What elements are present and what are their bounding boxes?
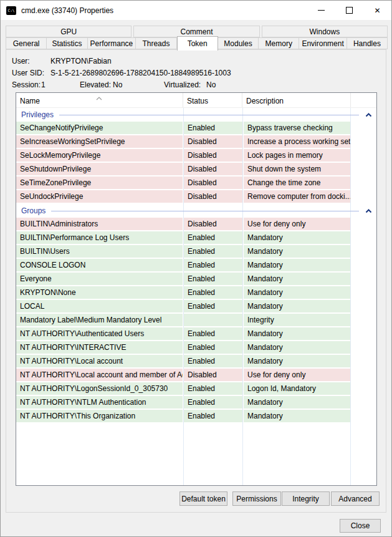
cell-name: SeChangeNotifyPrivilege <box>16 122 183 134</box>
permissions-button[interactable]: Permissions <box>232 491 281 506</box>
table-row[interactable]: LOCAL Enabled Mandatory <box>16 300 376 314</box>
elevated-value: No <box>113 80 122 89</box>
table-row[interactable]: SeUndockPrivilege Disabled Remove comput… <box>16 190 376 204</box>
table-row[interactable]: NT AUTHORITY\Local account and member of… <box>16 369 376 382</box>
cell-name: NT AUTHORITY\Authenticated Users <box>16 327 183 340</box>
maximize-icon <box>346 7 353 14</box>
maximize-button[interactable] <box>335 1 363 20</box>
table-row[interactable]: SeTimeZonePrivilege Disabled Change the … <box>16 177 376 190</box>
integrity-button[interactable]: Integrity <box>282 491 330 506</box>
cell-description: Use for deny only <box>244 218 350 230</box>
table-row[interactable]: SeLockMemoryPrivilege Disabled Lock page… <box>16 149 376 163</box>
cell-status: Disabled <box>184 135 242 148</box>
cell-name: SeTimeZonePrivilege <box>16 177 183 189</box>
cell-description: Bypass traverse checking <box>244 122 350 134</box>
collapse-group-icon[interactable] <box>365 113 372 117</box>
table-row[interactable]: KRYPTON\None Enabled Mandatory <box>16 286 376 300</box>
cell-status: Disabled <box>184 149 242 162</box>
cell-description: Mandatory <box>244 273 350 285</box>
cell-description: Integrity <box>244 314 350 326</box>
minimize-icon <box>318 10 325 11</box>
cell-name: SeUndockPrivilege <box>16 190 183 203</box>
cell-name: Mandatory Label\Medium Mandatory Level <box>16 314 183 326</box>
user-sid-label: User SID: <box>12 69 44 77</box>
cell-status: Disabled <box>184 369 242 381</box>
table-row[interactable]: BUILTIN\Users Enabled Mandatory <box>16 245 376 259</box>
column-header-description[interactable]: Description <box>242 93 351 107</box>
cell-description: Shut down the system <box>244 163 350 175</box>
cell-name: NT AUTHORITY\LogonSessionId_0_305730 <box>16 382 183 395</box>
table-row[interactable]: CONSOLE LOGON Enabled Mandatory <box>16 259 376 273</box>
table-row[interactable]: Mandatory Label\Medium Mandatory Level I… <box>16 314 376 327</box>
cell-status: Enabled <box>184 300 242 312</box>
table-row[interactable]: SeChangeNotifyPrivilege Enabled Bypass t… <box>16 122 376 135</box>
cell-description: Mandatory <box>244 286 350 299</box>
sort-ascending-icon <box>95 94 103 102</box>
group-name: Groups <box>21 206 45 215</box>
group-rule <box>51 211 359 211</box>
tab-statistics[interactable]: Statistics <box>47 37 87 49</box>
table-row[interactable]: NT AUTHORITY\INTERACTIVE Enabled Mandato… <box>16 341 376 355</box>
cell-name: NT AUTHORITY\NTLM Authentication <box>16 396 183 409</box>
advanced-button[interactable]: Advanced <box>331 491 380 506</box>
cell-name: NT AUTHORITY\Local account <box>16 355 183 367</box>
cell-description: Lock pages in memory <box>244 149 350 162</box>
cell-status: Enabled <box>184 273 242 285</box>
cell-description: Mandatory <box>244 327 350 340</box>
close-icon: ✕ <box>374 7 380 14</box>
cell-status: Enabled <box>184 341 242 354</box>
table-row[interactable]: NT AUTHORITY\Authenticated Users Enabled… <box>16 327 376 341</box>
cell-name: Everyone <box>16 273 183 285</box>
cell-name: NT AUTHORITY\Local account and member of… <box>16 369 183 381</box>
group-name: Privileges <box>21 110 54 119</box>
minimize-button[interactable] <box>307 1 335 20</box>
cell-description: Mandatory <box>244 259 350 271</box>
cell-status: Enabled <box>184 259 242 271</box>
cell-description: Mandatory <box>244 396 350 409</box>
list-header: Name Status Description <box>16 93 376 108</box>
window-title: cmd.exe (33740) Properties <box>21 6 307 15</box>
table-row[interactable]: Everyone Enabled Mandatory <box>16 273 376 286</box>
group-header-groups[interactable]: Groups <box>16 204 376 218</box>
table-row[interactable]: NT AUTHORITY\NTLM Authentication Enabled… <box>16 396 376 410</box>
tab-environment[interactable]: Environment <box>299 37 347 49</box>
session-label: Session: <box>12 80 41 89</box>
table-row[interactable]: NT AUTHORITY\Local account Enabled Manda… <box>16 355 376 369</box>
cell-status: Enabled <box>184 410 242 422</box>
cell-description: Mandatory <box>244 231 350 244</box>
tab-general[interactable]: General <box>6 37 47 49</box>
default-token-button[interactable]: Default token <box>179 491 227 506</box>
table-row[interactable]: BUILTIN\Administrators Disabled Use for … <box>16 218 376 231</box>
cell-name: SeLockMemoryPrivilege <box>16 149 183 162</box>
virtualized-label: Virtualized: <box>164 80 201 89</box>
cell-description: Mandatory <box>244 355 350 367</box>
cell-description: Mandatory <box>244 245 350 258</box>
table-row[interactable]: SeShutdownPrivilege Disabled Shut down t… <box>16 163 376 177</box>
tab-performance[interactable]: Performance <box>88 37 136 49</box>
tab-windows[interactable]: Windows <box>262 26 388 37</box>
cell-name: NT AUTHORITY\INTERACTIVE <box>16 341 183 354</box>
close-button[interactable]: Close <box>340 519 381 533</box>
title-bar[interactable]: C:\ cmd.exe (33740) Properties ✕ <box>1 1 391 20</box>
cell-status: Enabled <box>184 396 242 409</box>
virtualized-value: No <box>206 80 216 89</box>
user-value: KRYPTON\Fabian <box>50 57 112 65</box>
tab-handles[interactable]: Handles <box>347 37 388 49</box>
token-table-body: Privileges SeChangeNotifyPrivilege Enabl… <box>16 108 376 423</box>
tab-token[interactable]: Token <box>177 36 218 51</box>
group-header-privileges[interactable]: Privileges <box>16 108 376 122</box>
column-header-status[interactable]: Status <box>183 93 242 107</box>
table-row[interactable]: NT AUTHORITY\This Organization Enabled M… <box>16 410 376 423</box>
tab-memory[interactable]: Memory <box>259 37 299 49</box>
close-button-caption[interactable]: ✕ <box>363 1 391 20</box>
tab-modules[interactable]: Modules <box>218 37 259 49</box>
table-row[interactable]: NT AUTHORITY\LogonSessionId_0_305730 Ena… <box>16 382 376 396</box>
tab-gpu[interactable]: GPU <box>6 26 131 37</box>
tab-strip-bottom: GeneralStatisticsPerformanceThreadsToken… <box>6 37 388 49</box>
table-row[interactable]: SeIncreaseWorkingSetPrivilege Disabled I… <box>16 135 376 149</box>
cell-status: Disabled <box>184 177 242 189</box>
table-row[interactable]: BUILTIN\Performance Log Users Enabled Ma… <box>16 231 376 245</box>
cell-name: CONSOLE LOGON <box>16 259 183 271</box>
tab-threads[interactable]: Threads <box>136 37 176 49</box>
collapse-group-icon[interactable] <box>365 209 372 213</box>
